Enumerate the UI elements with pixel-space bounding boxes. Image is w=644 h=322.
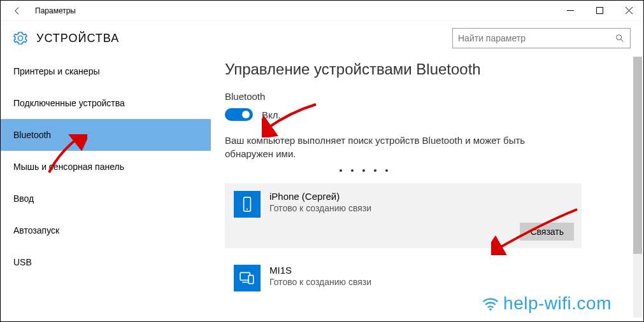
sidebar-item-label: Ввод [13,193,34,204]
loading-dot-icon [351,169,354,172]
sidebar-item-usb[interactable]: USB [1,246,211,278]
svg-rect-9 [248,276,254,284]
sidebar-item-mouse-touchpad[interactable]: Мышь и сенсорная панель [1,151,211,183]
svg-rect-1 [596,8,603,14]
content-pane: Управление устройствами Bluetooth Blueto… [211,55,643,322]
device-status: Готово к созданию связи [269,203,371,213]
sidebar-item-label: USB [13,257,32,267]
titlebar: Параметры [1,1,643,21]
bluetooth-toggle[interactable] [225,108,253,121]
close-button[interactable] [614,1,643,21]
device-card-iphone[interactable]: iPhone (Сергей) Готово к созданию связи … [225,183,582,248]
pair-button[interactable]: Связать [520,223,574,241]
window-controls [555,1,643,21]
loading-dot-icon [340,169,342,172]
sidebar-item-label: Мышь и сенсорная панель [13,162,124,172]
status-text: Ваш компьютер выполняет поиск устройств … [225,134,531,160]
scrollbar-thumb[interactable] [633,57,642,254]
svg-line-5 [621,39,623,41]
device-name: MI1S [269,265,371,276]
device-name: iPhone (Сергей) [269,191,371,202]
loading-dot-icon [374,169,376,172]
search-icon [615,33,625,43]
minimize-icon [567,7,574,14]
svg-point-4 [617,35,622,40]
close-icon [626,7,633,14]
loading-dots [340,169,629,172]
device-status: Готово к созданию связи [269,277,371,287]
watermark: help-wifi.com [482,293,612,314]
sidebar-item-label: Bluetooth [13,130,51,140]
window-title: Параметры [35,6,76,15]
vertical-scrollbar[interactable] [633,57,642,318]
section-title: УСТРОЙСТВА [36,32,119,45]
sidebar-item-autoplay[interactable]: Автозапуск [1,214,211,246]
minimize-button[interactable] [555,1,585,21]
arrow-left-icon [12,6,22,16]
sidebar-item-connected-devices[interactable]: Подключенные устройства [1,87,211,119]
search-input[interactable] [458,33,615,43]
page-heading: Управление устройствами Bluetooth [225,60,629,78]
maximize-button[interactable] [585,1,614,21]
sidebar-item-label: Подключенные устройства [13,98,125,108]
bluetooth-label: Bluetooth [225,91,629,102]
sidebar-item-typing[interactable]: Ввод [1,183,211,214]
sidebar-item-bluetooth[interactable]: Bluetooth [1,119,211,151]
header: УСТРОЙСТВА [1,21,643,55]
bluetooth-toggle-row: Вкл. [225,108,629,121]
svg-point-7 [247,209,248,210]
loading-dot-icon [362,169,365,172]
watermark-text: help-wifi.com [503,293,612,314]
monitor-phone-icon [234,265,261,291]
svg-point-11 [489,309,492,311]
gear-icon [13,31,27,45]
loading-dot-icon [385,169,388,172]
sidebar-item-label: Автозапуск [13,225,59,235]
search-box[interactable] [452,28,631,48]
sidebar: Принтеры и сканеры Подключенные устройст… [1,55,211,322]
back-button[interactable] [10,3,25,18]
phone-icon [234,191,261,218]
toggle-state-label: Вкл. [262,109,281,120]
sidebar-item-label: Принтеры и сканеры [13,66,99,76]
sidebar-item-printers[interactable]: Принтеры и сканеры [1,55,211,87]
wifi-icon [482,295,499,312]
maximize-icon [596,7,603,14]
toggle-knob [242,111,250,118]
